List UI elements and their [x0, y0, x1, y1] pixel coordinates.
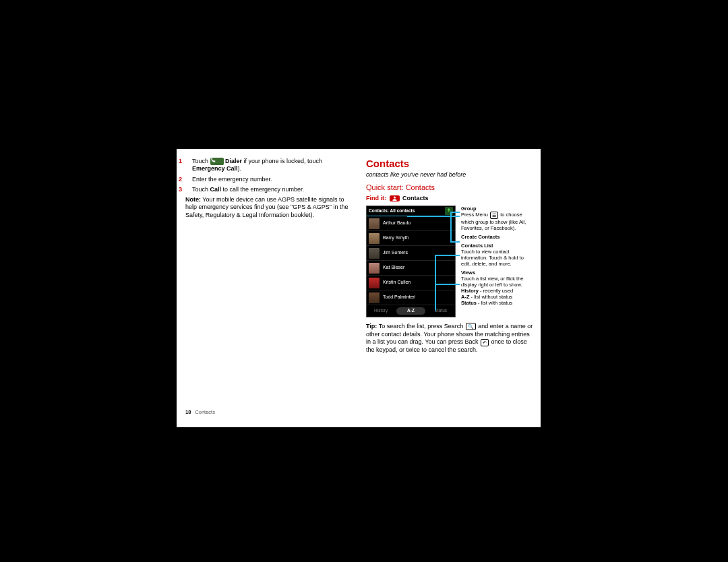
text: ). [238, 165, 242, 172]
anno-views-heading: Views [461, 270, 475, 276]
step-number: 2 [185, 176, 192, 183]
page-footer: 18Contacts [185, 409, 215, 415]
contact-name: Arthur Baudo [383, 220, 453, 226]
emergency-call-label: Emergency Call [192, 165, 238, 172]
avatar [369, 278, 380, 288]
right-column: Contacts contacts like you've never had … [365, 158, 534, 420]
left-column: 1Touch Dialer if your phone is locked, t… [183, 158, 351, 420]
text: To search the list, press Search [377, 323, 464, 330]
find-it-target: Contacts [402, 195, 429, 201]
avatar [369, 292, 380, 303]
contacts-icon [390, 195, 400, 201]
avatar [369, 263, 380, 274]
step-2: 2Enter the emergency number. [185, 176, 350, 183]
phone-header-title: Contacts: All contacts [369, 208, 415, 214]
text: Touch [192, 158, 210, 164]
callout-line [450, 212, 460, 213]
step-number: 3 [185, 186, 192, 193]
find-it-line: Find it: Contacts [366, 195, 534, 202]
callout-line [450, 241, 460, 243]
callout-line [435, 255, 460, 256]
text: Press Menu [461, 212, 489, 218]
contact-row: Jim Somers [367, 246, 455, 261]
text: Touch [192, 186, 210, 193]
section-label: Contacts [195, 409, 215, 415]
callout-line [435, 303, 436, 311]
dialer-label: Dialer [224, 158, 243, 164]
menu-key-icon: ☰ [490, 212, 498, 219]
dialer-key-icon [210, 158, 224, 165]
callout-line [407, 216, 460, 217]
tip-paragraph: Tip: To search the list, press Search 🔍 … [366, 323, 534, 354]
text: - list with status [477, 300, 512, 306]
tab-az: A-Z [396, 307, 425, 314]
note-lead: Note: [185, 196, 201, 203]
tab-status: Status [427, 308, 455, 313]
text: Enter the emergency number. [192, 176, 272, 183]
tip-lead: Tip: [366, 323, 377, 330]
note-body: Your mobile device can use AGPS satellit… [185, 196, 348, 218]
contact-name: Todd Palminteri [383, 294, 453, 301]
page-number: 18 [185, 409, 191, 415]
phone-mockup: Contacts: All contacts + Arthur Baudo Ba… [366, 206, 456, 317]
anno-list-heading: Contacts List [461, 243, 493, 249]
step-3: 3Touch Call to call the emergency number… [185, 186, 350, 193]
callout-line [435, 255, 436, 303]
tab-history: History [367, 308, 395, 313]
avatar [369, 233, 380, 244]
add-contact-icon: + [445, 207, 453, 215]
anno-status: Status [461, 300, 477, 306]
contact-row: Arthur Baudo [367, 216, 455, 231]
phone-illustration-block: Contacts: All contacts + Arthur Baudo Ba… [366, 206, 534, 317]
phone-header: Contacts: All contacts + [367, 206, 455, 216]
text: if your phone is locked, touch [242, 158, 322, 164]
annotations: Group Press Menu ☰ to choose which group… [461, 206, 534, 309]
page-subtitle: contacts like you've never had before [366, 171, 534, 179]
back-key-icon: ↶ [481, 339, 489, 346]
manual-page: 1Touch Dialer if your phone is locked, t… [177, 149, 541, 427]
text: Touch to view contact information. Touch… [461, 249, 524, 267]
contact-name: Barry Smyth [383, 235, 453, 241]
contact-row: Todd Palminteri [367, 290, 455, 305]
step-number: 1 [185, 158, 192, 165]
anno-create-heading: Create Contacts [461, 234, 534, 240]
quick-start-heading: Quick start: Contacts [366, 183, 534, 193]
text: - list without status [470, 294, 513, 300]
contact-row: Kristin Cullen [367, 276, 455, 290]
contact-row: Kat Bleser [367, 261, 455, 276]
callout-line [450, 212, 452, 241]
page-title: Contacts [366, 158, 534, 170]
contact-row: Barry Smyth [367, 231, 455, 246]
avatar [369, 248, 380, 259]
phone-tabs: History A-Z Status [367, 305, 455, 317]
find-it-label: Find it: [366, 195, 386, 201]
search-key-icon: 🔍 [466, 323, 476, 330]
anno-history: History [461, 288, 479, 294]
contact-name: Kat Bleser [383, 265, 453, 271]
step-1: 1Touch Dialer if your phone is locked, t… [185, 158, 350, 173]
svg-point-0 [394, 196, 396, 198]
text: Touch a list view, or flick the display … [461, 276, 524, 288]
note-paragraph: Note: Your mobile device can use AGPS sa… [185, 196, 350, 219]
callout-line [435, 284, 460, 285]
contact-name: Kristin Cullen [383, 280, 453, 286]
call-label: Call [210, 186, 222, 193]
avatar [369, 218, 380, 229]
anno-az: A-Z [461, 294, 470, 300]
text: to call the emergency number. [221, 186, 304, 193]
anno-group-heading: Group [461, 206, 477, 212]
text: - recently used [479, 288, 513, 294]
